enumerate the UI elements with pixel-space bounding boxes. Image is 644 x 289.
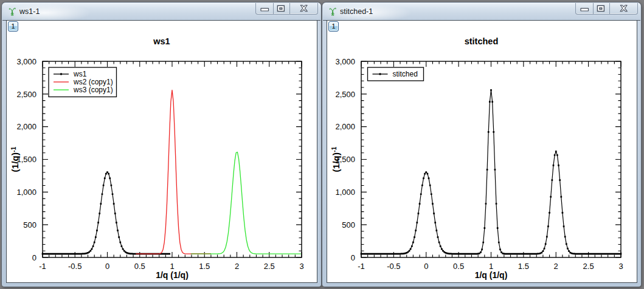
svg-text:500: 500: [23, 220, 36, 229]
svg-text:ws2 (copy1): ws2 (copy1): [73, 78, 113, 86]
svg-text:ws3 (copy1): ws3 (copy1): [73, 86, 113, 94]
svg-text:0: 0: [351, 253, 355, 262]
svg-text:2,500: 2,500: [335, 90, 355, 99]
svg-text:(1/q)-1: (1/q)-1: [331, 146, 341, 172]
svg-text:3,000: 3,000: [16, 57, 36, 66]
svg-text:ws1: ws1: [73, 70, 87, 78]
svg-text:(1/q)-1: (1/q)-1: [10, 146, 20, 172]
svg-text:ws1: ws1: [153, 36, 170, 46]
svg-text:0.5: 0.5: [134, 262, 145, 271]
svg-text:1.5: 1.5: [199, 262, 210, 271]
svg-text:stitched: stitched: [393, 70, 418, 78]
svg-text:1.5: 1.5: [518, 262, 529, 271]
svg-text:0: 0: [105, 262, 109, 271]
svg-text:1,000: 1,000: [16, 188, 36, 197]
svg-text:2,500: 2,500: [16, 90, 36, 99]
svg-text:-0.5: -0.5: [68, 262, 81, 271]
svg-text:0: 0: [32, 253, 36, 262]
svg-text:-0.5: -0.5: [387, 262, 400, 271]
svg-text:0.5: 0.5: [453, 262, 464, 271]
svg-text:-1: -1: [358, 262, 365, 271]
svg-text:1: 1: [170, 262, 174, 271]
svg-text:0: 0: [424, 262, 428, 271]
svg-text:1/q (1/q): 1/q (1/q): [156, 270, 189, 280]
svg-text:stitched: stitched: [465, 36, 499, 46]
svg-text:2: 2: [554, 262, 558, 271]
svg-text:2,000: 2,000: [335, 122, 355, 131]
svg-text:2: 2: [235, 262, 239, 271]
svg-text:2.5: 2.5: [264, 262, 275, 271]
svg-text:2.5: 2.5: [583, 262, 594, 271]
svg-text:2,000: 2,000: [16, 122, 36, 131]
svg-text:3: 3: [299, 262, 303, 271]
svg-text:-1: -1: [39, 262, 46, 271]
svg-text:1,000: 1,000: [335, 188, 355, 197]
svg-text:3,000: 3,000: [335, 57, 355, 66]
svg-text:500: 500: [342, 220, 355, 229]
svg-text:1: 1: [489, 262, 493, 271]
svg-text:1/q (1/q): 1/q (1/q): [475, 270, 508, 280]
svg-text:3: 3: [618, 262, 623, 271]
